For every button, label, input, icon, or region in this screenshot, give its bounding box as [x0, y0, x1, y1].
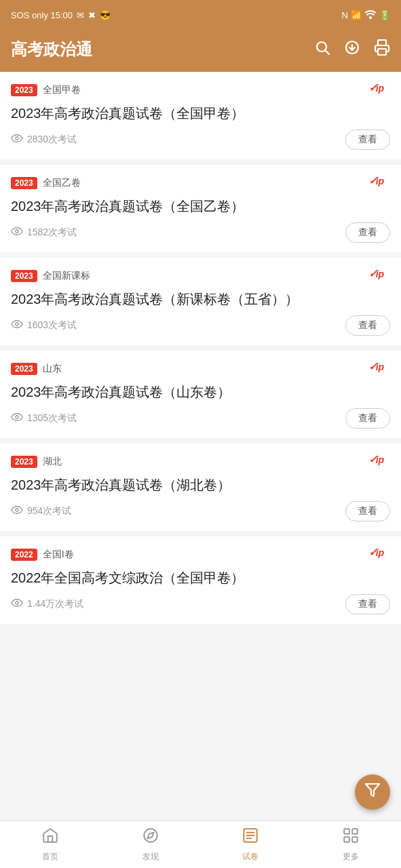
eye-icon-0	[11, 134, 23, 146]
vip-badge-1: ✓ip	[368, 174, 390, 191]
filter-icon	[364, 782, 381, 802]
eye-icon-1	[11, 226, 23, 239]
item-stats-1: 1582次考试	[11, 226, 77, 239]
svg-text:ip: ip	[376, 547, 385, 558]
item-meta-3: 2023 山东 ✓ip	[11, 360, 390, 377]
svg-point-21	[16, 509, 19, 512]
signal-icon: 📶	[351, 10, 362, 20]
nav-label-home: 首页	[42, 851, 58, 863]
svg-point-0	[369, 16, 372, 19]
item-title-3: 2023年高考政治真题试卷（山东卷）	[11, 382, 390, 401]
stats-text-0: 2830次考试	[27, 134, 77, 146]
svg-rect-35	[352, 837, 358, 842]
bottom-nav: 首页 发现 试卷	[0, 821, 401, 868]
nav-label-discover: 发现	[142, 851, 159, 863]
svg-rect-32	[344, 829, 349, 834]
vip-badge-3: ✓ip	[368, 360, 390, 377]
vip-badge-5: ✓ip	[368, 546, 390, 563]
svg-point-12	[16, 230, 19, 233]
vip-badge-2: ✓ip	[368, 267, 390, 284]
item-meta-5: 2022 全国I卷 ✓ip	[11, 546, 390, 563]
item-title-5: 2022年全国高考文综政治（全国甲卷）	[11, 568, 390, 587]
download-icon[interactable]	[344, 39, 360, 60]
list-icon	[242, 827, 259, 848]
year-badge-3: 2023	[11, 363, 37, 375]
view-button-4[interactable]: 查看	[345, 501, 390, 521]
list-item: 2022 全国I卷 ✓ip 2022年全国高考文综政治（全国甲卷） 1.44万次…	[0, 536, 401, 624]
nav-item-exams[interactable]: 试卷	[201, 821, 301, 868]
region-label-5: 全国I卷	[43, 549, 74, 561]
nav-item-more[interactable]: 更多	[301, 821, 401, 868]
nav-item-home[interactable]: 首页	[0, 821, 100, 868]
svg-point-18	[16, 416, 19, 419]
svg-text:ip: ip	[376, 269, 385, 279]
item-footer-2: 1603次考试 查看	[11, 315, 390, 336]
mail-icon: ✉	[77, 10, 84, 20]
grid-icon	[342, 827, 360, 848]
item-stats-4: 954次考试	[11, 505, 71, 517]
emoji-icon: 😎	[100, 10, 111, 20]
status-right: N 📶 🔋	[342, 9, 390, 21]
region-label-1: 全国乙卷	[43, 177, 81, 189]
item-meta-1: 2023 全国乙卷 ✓ip	[11, 174, 390, 191]
svg-rect-34	[344, 837, 349, 842]
item-title-2: 2023年高考政治真题试卷（新课标卷（五省））	[11, 290, 390, 309]
year-badge-1: 2023	[11, 177, 37, 189]
item-meta-4: 2023 湖北 ✓ip	[11, 453, 390, 470]
svg-marker-25	[366, 784, 379, 796]
item-stats-0: 2830次考试	[11, 134, 77, 146]
item-stats-2: 1603次考试	[11, 319, 77, 332]
item-meta-left-5: 2022 全国I卷	[11, 549, 74, 561]
filter-button[interactable]	[355, 774, 390, 810]
search-icon[interactable]	[314, 39, 330, 60]
nfc-icon: N	[342, 10, 348, 20]
status-left: SOS only 15:00 ✉ ✖ 😎	[11, 10, 111, 20]
item-title-4: 2023年高考政治真题试卷（湖北卷）	[11, 475, 390, 494]
svg-text:ip: ip	[376, 454, 385, 465]
region-label-0: 全国甲卷	[43, 84, 81, 96]
status-bar: SOS only 15:00 ✉ ✖ 😎 N 📶 🔋	[0, 0, 401, 30]
app-title: 高考政治通	[11, 39, 92, 60]
view-button-3[interactable]: 查看	[345, 408, 390, 429]
year-badge-5: 2022	[11, 549, 37, 561]
wifi-icon	[364, 9, 377, 21]
stats-text-3: 1305次考试	[27, 412, 77, 425]
svg-point-15	[16, 323, 19, 326]
list-item: 2023 全国甲卷 ✓ip 2023年高考政治真题试卷（全国甲卷） 2830次考…	[0, 72, 401, 159]
item-footer-4: 954次考试 查看	[11, 501, 390, 521]
view-button-2[interactable]: 查看	[345, 315, 390, 336]
vip-badge-0: ✓ip	[368, 81, 390, 98]
list-item: 2023 全国新课标 ✓ip 2023年高考政治真题试卷（新课标卷（五省）） 1…	[0, 258, 401, 345]
region-label-2: 全国新课标	[43, 270, 90, 282]
view-button-5[interactable]: 查看	[345, 594, 390, 614]
nav-item-discover[interactable]: 发现	[100, 821, 201, 868]
svg-rect-33	[352, 829, 358, 834]
svg-line-2	[326, 51, 330, 55]
battery-icon: 🔋	[379, 10, 390, 20]
x-icon: ✖	[88, 10, 96, 20]
header-icons	[314, 39, 390, 60]
item-stats-5: 1.44万次考试	[11, 598, 83, 610]
list-item: 2023 湖北 ✓ip 2023年高考政治真题试卷（湖北卷） 954次考试 查	[0, 443, 401, 531]
nav-label-more: 更多	[343, 851, 359, 863]
status-text: SOS only 15:00	[11, 10, 73, 20]
item-meta-0: 2023 全国甲卷 ✓ip	[11, 81, 390, 98]
item-title-0: 2023年高考政治真题试卷（全国甲卷）	[11, 104, 390, 123]
svg-rect-5	[378, 40, 386, 45]
compass-icon	[142, 827, 159, 848]
svg-point-9	[16, 137, 19, 140]
view-button-0[interactable]: 查看	[345, 130, 390, 150]
svg-point-24	[16, 601, 19, 605]
stats-text-4: 954次考试	[27, 505, 71, 517]
svg-rect-6	[378, 49, 386, 55]
item-footer-0: 2830次考试 查看	[11, 130, 390, 150]
item-footer-1: 1582次考试 查看	[11, 222, 390, 243]
print-icon[interactable]	[374, 39, 390, 60]
region-label-4: 湖北	[43, 456, 62, 468]
item-footer-5: 1.44万次考试 查看	[11, 594, 390, 614]
list-item: 2023 山东 ✓ip 2023年高考政治真题试卷（山东卷） 1305次考试	[0, 351, 401, 438]
eye-icon-3	[11, 412, 23, 425]
item-footer-3: 1305次考试 查看	[11, 408, 390, 429]
view-button-1[interactable]: 查看	[345, 222, 390, 243]
svg-text:ip: ip	[376, 176, 385, 186]
